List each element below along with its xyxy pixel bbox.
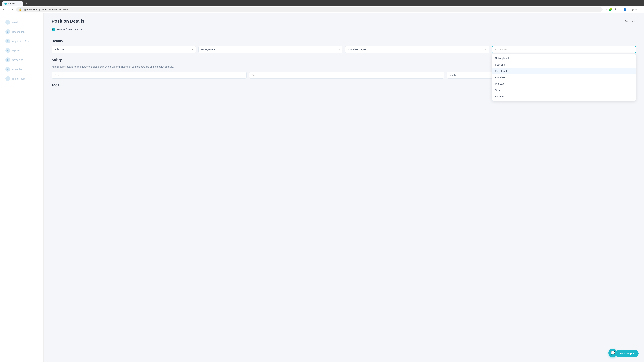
app-layout: 1 Details 2 Description 3 Application Fo…	[0, 13, 644, 362]
remote-checkbox[interactable]	[52, 28, 55, 31]
step-circle-description: 2	[5, 29, 10, 34]
step-circle-application-form: 3	[5, 39, 10, 43]
back-btn[interactable]: ←	[3, 8, 5, 11]
sidebar-label-hiring-team: Hiring Team	[12, 77, 26, 80]
job-type-select[interactable]: Full-Time Part-Time Contract	[52, 46, 196, 53]
sidebar-label-screening: Screening	[12, 58, 24, 61]
details-section: Details Full-Time Part-Time Contract ▼ M…	[52, 39, 636, 53]
sidebar-label-advertise: Advertise	[12, 68, 23, 71]
reload-btn[interactable]: ↻	[12, 8, 14, 11]
tab-favicon	[4, 2, 7, 5]
experience-input[interactable]	[492, 46, 636, 53]
salary-to-input[interactable]	[249, 71, 444, 79]
page-header: Position Details Preview ↗	[52, 18, 636, 24]
main-content: Position Details Preview ↗ Remote / Tele…	[44, 13, 644, 362]
sidebar-item-description[interactable]: 2 Description	[3, 28, 40, 36]
sidebar-item-application-form[interactable]: 3 Application Form	[3, 37, 40, 45]
preview-link[interactable]: Preview ↗	[625, 20, 636, 23]
remote-checkbox-row: Remote / Telecommute	[52, 28, 636, 31]
department-select[interactable]: Management Engineering	[198, 46, 342, 53]
url-text: app.breezy.hr/app/c/moodjoy/positions/ne…	[23, 8, 72, 11]
forward-btn[interactable]: →	[8, 8, 10, 11]
chat-widget-button[interactable]: 💬	[608, 349, 617, 357]
step-circle-advertise: 6	[5, 67, 10, 71]
profile-icon[interactable]: 👤	[623, 8, 626, 11]
url-box[interactable]: 🔒 app.breezy.hr/app/c/moodjoy/positions/…	[16, 7, 602, 12]
next-step-button[interactable]: Next Step ›	[616, 350, 639, 357]
sidebar-item-hiring-team[interactable]: 7 Hiring Team	[3, 75, 40, 83]
job-type-wrapper: Full-Time Part-Time Contract ▼	[52, 46, 196, 53]
address-bar: ← → ↻ 🔒 app.breezy.hr/app/c/moodjoy/posi…	[0, 6, 644, 13]
step-circle-hiring-team: 7	[5, 76, 10, 81]
step-circle-details: 1	[5, 20, 10, 25]
experience-dropdown: Not Applicable Internship Entry Level As…	[492, 54, 636, 101]
menu-icon[interactable]: ⋮	[639, 8, 641, 11]
experience-option-senior[interactable]: Senior	[492, 87, 636, 93]
tab-close-btn[interactable]: ×	[20, 3, 21, 5]
step-circle-screening: 5	[5, 57, 10, 62]
extensions-icon[interactable]: 🧩	[609, 8, 612, 11]
sidebar-item-advertise[interactable]: 6 Advertise	[3, 65, 40, 73]
remote-section: Remote / Telecommute	[52, 28, 636, 34]
chat-icon: 💬	[611, 351, 615, 355]
remote-label: Remote / Telecommute	[56, 28, 82, 31]
sidebar-label-application-form: Application Form	[12, 40, 31, 42]
sidebar-label-pipeline: Pipeline	[12, 49, 21, 52]
active-tab[interactable]: Breezy HR ×	[2, 1, 23, 6]
experience-wrapper: Not Applicable Internship Entry Level As…	[492, 46, 636, 53]
details-row: Full-Time Part-Time Contract ▼ Managemen…	[52, 46, 636, 53]
preview-label: Preview	[625, 20, 633, 23]
experience-option-mid-level[interactable]: Mid Level	[492, 81, 636, 87]
sidebar-item-screening[interactable]: 5 Screening	[3, 56, 40, 64]
new-tab-btn[interactable]: +	[24, 1, 29, 6]
incognito-label: Incognito	[628, 8, 636, 11]
sidebar-label-details: Details	[12, 21, 20, 24]
salary-from-input[interactable]	[52, 71, 246, 79]
sidebar-label-description: Description	[12, 30, 25, 33]
bookmark-icon[interactable]: ☆	[604, 8, 607, 11]
experience-option-associate[interactable]: Associate	[492, 74, 636, 81]
sidebar-item-details[interactable]: 1 Details	[3, 18, 40, 26]
download-icon[interactable]: ⬇	[614, 8, 616, 11]
step-circle-pipeline: 4	[5, 48, 10, 53]
browser-actions: ☆ 🧩 ⬇ ▭ 👤 Incognito ⋮	[604, 8, 641, 11]
experience-option-entry-level[interactable]: Entry Level	[492, 68, 636, 74]
external-link-icon: ↗	[634, 20, 636, 22]
next-step-label: Next Step	[620, 352, 632, 355]
department-wrapper: Management Engineering ▼	[198, 46, 342, 53]
details-section-title: Details	[52, 39, 636, 43]
next-step-icon: ›	[633, 352, 634, 355]
experience-option-internship[interactable]: Internship	[492, 61, 636, 68]
education-wrapper: Associate Degree Bachelor's Degree ▼	[345, 46, 489, 53]
sidebar-item-pipeline[interactable]: 4 Pipeline	[3, 46, 40, 54]
experience-option-not-applicable[interactable]: Not Applicable	[492, 55, 636, 61]
page-title: Position Details	[52, 18, 84, 24]
tab-bar: Breezy HR × +	[0, 0, 644, 6]
sidebar: 1 Details 2 Description 3 Application Fo…	[0, 13, 44, 362]
education-select[interactable]: Associate Degree Bachelor's Degree	[345, 46, 489, 53]
tab-title: Breezy HR	[8, 2, 18, 5]
layout-icon[interactable]: ▭	[618, 8, 621, 11]
experience-option-executive[interactable]: Executive	[492, 93, 636, 100]
